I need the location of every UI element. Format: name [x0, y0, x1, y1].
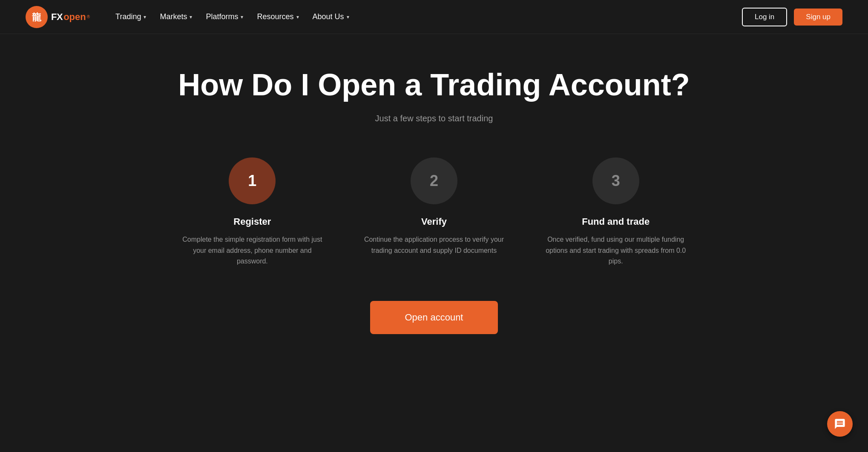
open-account-button[interactable]: Open account	[370, 301, 498, 334]
nav-markets-label: Markets	[160, 12, 187, 21]
chevron-down-icon: ▾	[347, 14, 349, 20]
logo-fx: FX	[51, 11, 63, 23]
step-2: 2 Verify Continue the application proces…	[360, 157, 508, 256]
step-3: 3 Fund and trade Once verified, fund usi…	[542, 157, 690, 267]
nav-item-markets[interactable]: Markets ▾	[155, 9, 197, 25]
step-1-title: Register	[233, 216, 271, 227]
nav-item-trading[interactable]: Trading ▾	[110, 9, 151, 25]
logo-open: open	[63, 11, 86, 23]
chevron-down-icon: ▾	[144, 14, 146, 20]
chat-button[interactable]	[827, 411, 853, 437]
navbar: 龍 FX open ® Trading ▾ Markets ▾ Platform…	[0, 0, 868, 34]
nav-trading-label: Trading	[115, 12, 141, 21]
steps-container: 1 Register Complete the simple registrat…	[178, 157, 690, 267]
chevron-down-icon: ▾	[296, 14, 299, 20]
nav-item-resources[interactable]: Resources ▾	[252, 9, 304, 25]
main-content: How Do I Open a Trading Account? Just a …	[0, 34, 868, 377]
step-3-number: 3	[612, 172, 620, 190]
nav-item-platforms[interactable]: Platforms ▾	[201, 9, 248, 25]
step-1-circle: 1	[229, 157, 276, 204]
step-2-description: Continue the application process to veri…	[360, 234, 508, 256]
nav-links: Trading ▾ Markets ▾ Platforms ▾ Resource…	[110, 9, 354, 25]
step-1-number: 1	[248, 172, 256, 190]
step-3-description: Once verified, fund using our multiple f…	[542, 234, 690, 267]
page-subtitle: Just a few steps to start trading	[375, 114, 493, 123]
fxopen-logo-icon: 龍	[26, 6, 48, 28]
logo[interactable]: 龍 FX open ®	[26, 6, 90, 28]
nav-item-about[interactable]: About Us ▾	[308, 9, 354, 25]
login-button[interactable]: Log in	[742, 8, 787, 26]
chevron-down-icon: ▾	[241, 14, 243, 20]
step-2-circle: 2	[411, 157, 457, 204]
logo-reg: ®	[87, 14, 90, 19]
page-title: How Do I Open a Trading Account?	[178, 68, 690, 102]
step-2-number: 2	[430, 172, 438, 190]
navbar-left: 龍 FX open ® Trading ▾ Markets ▾ Platform…	[26, 6, 354, 28]
step-3-title: Fund and trade	[582, 216, 650, 227]
svg-text:龍: 龍	[32, 12, 42, 23]
nav-resources-label: Resources	[257, 12, 293, 21]
step-3-circle: 3	[592, 157, 639, 204]
chevron-down-icon: ▾	[190, 14, 192, 20]
step-2-title: Verify	[421, 216, 447, 227]
navbar-right: Log in Sign up	[742, 8, 842, 26]
nav-platforms-label: Platforms	[206, 12, 238, 21]
step-1: 1 Register Complete the simple registrat…	[178, 157, 326, 267]
step-1-description: Complete the simple registration form wi…	[178, 234, 326, 267]
logo-text: FX open ®	[51, 11, 90, 23]
signup-button[interactable]: Sign up	[794, 9, 842, 26]
chat-bubble-icon	[834, 418, 846, 430]
nav-about-label: About Us	[313, 12, 344, 21]
